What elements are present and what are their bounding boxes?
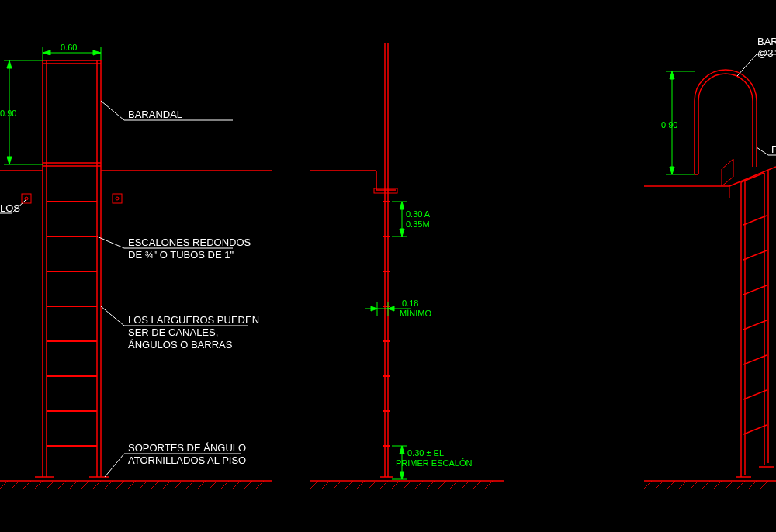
svg-line-142	[743, 355, 767, 364]
dim-minimo: MÍNIMO	[400, 309, 431, 318]
svg-line-4	[35, 481, 43, 489]
svg-line-152	[757, 147, 768, 155]
svg-line-83	[473, 481, 481, 489]
svg-line-77	[404, 481, 411, 489]
svg-line-128	[729, 167, 776, 186]
svg-marker-57	[93, 50, 101, 55]
svg-line-74	[369, 481, 376, 489]
svg-line-18	[198, 481, 206, 489]
svg-line-150	[737, 54, 757, 76]
svg-marker-108	[371, 306, 377, 311]
label-p: P	[771, 143, 776, 155]
svg-line-21	[233, 481, 241, 489]
svg-rect-44	[113, 194, 122, 203]
svg-line-2	[12, 481, 19, 489]
svg-line-72	[345, 481, 353, 489]
svg-line-78	[415, 481, 423, 489]
svg-line-80	[438, 481, 446, 489]
svg-line-144	[743, 425, 767, 434]
svg-line-140	[743, 285, 767, 295]
svg-line-19	[210, 481, 217, 489]
svg-line-12	[128, 481, 136, 489]
svg-line-122	[714, 481, 722, 489]
svg-line-15	[163, 481, 171, 489]
svg-line-10	[105, 481, 113, 489]
label-largueros-1: LOS LARGUEROS PUEDEN	[128, 314, 259, 326]
svg-line-138	[743, 216, 767, 225]
svg-line-9	[93, 481, 101, 489]
dim-030el: 0.30 ± EL	[407, 448, 444, 458]
svg-line-17	[186, 481, 194, 489]
svg-line-75	[380, 481, 388, 489]
svg-line-143	[743, 390, 767, 399]
svg-line-121	[702, 481, 710, 489]
svg-marker-104	[400, 229, 404, 237]
svg-line-81	[450, 481, 458, 489]
svg-line-13	[140, 481, 147, 489]
label-los: LOS	[0, 202, 20, 214]
dim-090-text: 0.90	[0, 109, 16, 118]
svg-line-120	[691, 481, 698, 489]
dim-090-iso: 0.90	[661, 120, 677, 130]
svg-marker-103	[400, 202, 404, 209]
svg-marker-56	[43, 50, 50, 55]
svg-line-125	[749, 481, 757, 489]
label-escalones-1: ESCALONES REDONDOS	[128, 237, 251, 248]
label-soportes-1: SOPORTES DE ÁNGULO	[128, 442, 246, 454]
svg-line-6	[58, 481, 66, 489]
dim-018: 0.18	[402, 299, 418, 308]
svg-rect-88	[374, 188, 397, 193]
label-largueros-3: ÁNGULOS O BARRAS	[128, 339, 233, 351]
svg-line-79	[427, 481, 435, 489]
svg-line-14	[151, 481, 159, 489]
svg-line-116	[644, 481, 652, 489]
svg-line-126	[760, 481, 768, 489]
dim-primer: PRIMER ESCALÓN	[396, 458, 472, 468]
svg-line-84	[485, 481, 493, 489]
svg-line-119	[679, 481, 687, 489]
label-at3: @3"	[757, 47, 776, 59]
svg-line-76	[392, 481, 400, 489]
svg-line-11	[116, 481, 124, 489]
svg-line-22	[244, 481, 252, 489]
label-barandal: BARANDAL	[128, 109, 182, 120]
svg-line-123	[726, 481, 733, 489]
dim-030a: 0.30 A	[406, 209, 431, 219]
svg-marker-51	[7, 60, 12, 68]
svg-marker-113	[400, 446, 404, 454]
svg-line-16	[175, 481, 182, 489]
svg-line-58	[101, 101, 124, 120]
svg-line-124	[737, 481, 745, 489]
label-bar: BAR	[757, 36, 776, 47]
svg-line-141	[743, 320, 767, 330]
label-soportes-2: ATORNILLADOS AL PISO	[128, 454, 246, 466]
svg-line-118	[667, 481, 675, 489]
label-escalones-2: DE ¾" O TUBOS DE 1"	[128, 249, 234, 261]
svg-line-139	[743, 250, 767, 260]
svg-line-71	[334, 481, 341, 489]
svg-marker-149	[670, 167, 674, 174]
dim-035m: 0.35M	[406, 219, 430, 229]
svg-line-82	[462, 481, 469, 489]
svg-marker-114	[400, 472, 404, 479]
side-elevation: 0.30 A 0.35M 0.18 MÍNIMO 0.30 ± EL PRIME…	[310, 43, 504, 489]
svg-line-117	[656, 481, 663, 489]
svg-marker-148	[670, 71, 674, 79]
svg-line-70	[322, 481, 330, 489]
svg-line-62	[101, 306, 124, 326]
svg-point-43	[25, 197, 28, 200]
svg-line-7	[70, 481, 78, 489]
svg-line-1	[0, 481, 8, 489]
svg-point-45	[116, 197, 119, 200]
svg-line-69	[310, 481, 318, 489]
svg-marker-52	[7, 157, 12, 164]
svg-line-73	[357, 481, 365, 489]
label-largueros-2: SER DE CANALES,	[128, 326, 218, 338]
svg-line-5	[47, 481, 54, 489]
svg-line-136	[741, 173, 764, 182]
svg-rect-42	[22, 194, 31, 203]
cad-drawing: 0.90 0.60 BARANDAL ESCALONES REDONDOS DE…	[0, 0, 776, 532]
dim-060-text: 0.60	[61, 43, 77, 52]
svg-line-8	[81, 481, 89, 489]
iso-view: 0.90 BAR @3" P	[644, 36, 776, 489]
